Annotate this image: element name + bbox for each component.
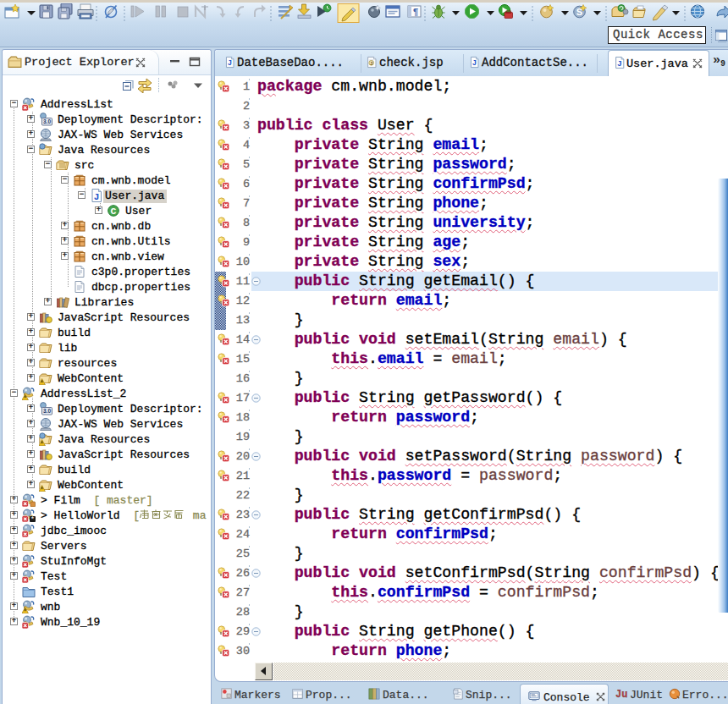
svg-text:¶: ¶ bbox=[413, 7, 418, 17]
